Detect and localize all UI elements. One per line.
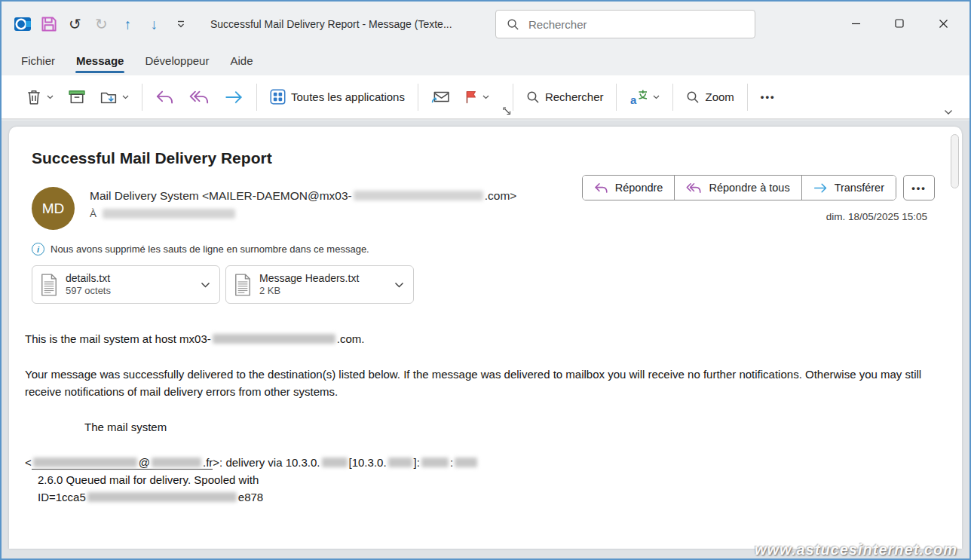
reply-all-icon-button[interactable] <box>185 86 213 109</box>
message-date: dim. 18/05/2025 15:05 <box>826 211 927 222</box>
titlebar: ↺ ↻ ↑ ↓ Successful Mail Delivery Report … <box>2 2 969 47</box>
move-up-icon[interactable]: ↑ <box>115 11 141 38</box>
translate-button[interactable]: a <box>626 85 663 109</box>
minimize-button[interactable] <box>834 8 878 39</box>
apps-grid-icon <box>270 89 286 105</box>
ribbon-group-tags <box>418 75 513 118</box>
ribbon-search-button[interactable]: Rechercher <box>522 87 608 108</box>
more-actions-button[interactable]: ••• <box>903 175 935 200</box>
message-header: Successful Mail Delivery Report MD Mail … <box>9 127 962 304</box>
attachment-size: 2 KB <box>259 285 359 297</box>
redacted-port <box>421 457 449 467</box>
reply-button-group: Répondre Répondre à tous <box>582 175 896 200</box>
save-icon[interactable] <box>35 11 62 38</box>
maximize-button[interactable] <box>878 8 921 39</box>
sender-info: Mail Delivery System <MAILER-DAEMON@mx03… <box>90 187 516 230</box>
scrollbar-thumb[interactable] <box>951 134 959 188</box>
reply-icon-button[interactable] <box>152 86 178 109</box>
all-apps-button[interactable]: Toutes les applications <box>266 85 409 109</box>
move-to-folder-button[interactable] <box>96 86 133 108</box>
message-subject: Successful Mail Delivery Report <box>32 149 939 167</box>
redacted-host <box>213 334 335 344</box>
sender-address: Mail Delivery System <MAILER-DAEMON@mx03… <box>90 189 516 203</box>
watermark: www.astucesinternet.com <box>755 541 957 558</box>
ribbon-search-label: Rechercher <box>545 90 604 103</box>
quick-access-toolbar: ↺ ↻ ↑ ↓ <box>9 11 194 38</box>
redacted-ip-octet <box>388 457 412 467</box>
attachment-details-txt[interactable]: details.txt 597 octets <box>32 265 220 304</box>
customize-toolbar-icon[interactable] <box>167 11 194 38</box>
ribbon-more-button[interactable]: ••• <box>757 87 780 106</box>
zoom-label: Zoom <box>705 90 734 103</box>
forward-button[interactable]: Transférer <box>801 176 896 200</box>
recipient-line: À <box>90 208 516 219</box>
ribbon-group-respond <box>142 75 256 118</box>
attachment-message-headers-txt[interactable]: Message Headers.txt 2 KB <box>225 265 414 304</box>
body-queued-line: 2.6.0 Queued mail for delivery. Spooled … <box>25 471 932 488</box>
ribbon-group-apps: Toutes les applications <box>257 75 418 118</box>
forward-icon-button[interactable] <box>221 87 247 108</box>
follow-up-flag-button[interactable] <box>461 86 493 108</box>
tab-message[interactable]: Message <box>66 50 134 75</box>
ribbon-group-search: Rechercher <box>513 75 617 118</box>
attachment-list: details.txt 597 octets <box>32 265 939 304</box>
search-icon <box>507 18 519 31</box>
all-apps-label: Toutes les applications <box>291 90 405 103</box>
body-host-line: This is the mail system at host mx03-.co… <box>25 330 932 347</box>
redacted-ip-octet <box>322 457 348 467</box>
translate-icon: a <box>629 89 648 106</box>
zoom-button[interactable]: Zoom <box>682 87 737 108</box>
sender-avatar[interactable]: MD <box>32 187 75 230</box>
collapse-ribbon-icon[interactable] <box>944 109 953 115</box>
redacted-email-domain <box>152 457 201 467</box>
reply-button[interactable]: Répondre <box>583 176 675 200</box>
search-icon <box>526 90 540 104</box>
recipient-email-link[interactable]: @.fr <box>32 456 213 470</box>
chevron-down-icon <box>653 95 660 99</box>
redacted-recipient <box>103 209 235 219</box>
dialog-launcher-icon[interactable] <box>503 107 511 115</box>
reply-all-icon <box>686 182 702 194</box>
attachment-name: details.txt <box>66 272 111 286</box>
redacted-spool-id <box>87 492 237 502</box>
chevron-down-icon[interactable] <box>201 282 210 288</box>
outlook-app-icon <box>9 11 35 38</box>
close-button[interactable] <box>921 8 965 39</box>
archive-button[interactable] <box>65 86 89 108</box>
tab-aide[interactable]: Aide <box>219 50 263 75</box>
to-label: À <box>90 208 96 219</box>
message-card: Successful Mail Delivery Report MD Mail … <box>9 127 962 549</box>
undo-icon[interactable]: ↺ <box>62 11 88 38</box>
move-down-icon[interactable]: ↓ <box>141 11 167 38</box>
reply-all-button[interactable]: Répondre à tous <box>674 176 801 200</box>
reply-icon <box>594 182 608 194</box>
titlebar-search-box[interactable] <box>495 10 755 38</box>
ribbon: Toutes les applications <box>2 75 969 119</box>
delete-button[interactable] <box>23 85 57 109</box>
mark-unread-icon-button[interactable] <box>427 86 453 109</box>
window-title: Successful Mail Delivery Report - Messag… <box>210 18 452 30</box>
ribbon-group-delete <box>14 75 142 118</box>
redacted-email-local <box>33 457 137 467</box>
info-icon: i <box>32 243 44 256</box>
attachment-name: Message Headers.txt <box>259 272 359 286</box>
body-paragraph: Your message was successfully delivered … <box>25 366 932 400</box>
chevron-down-icon <box>122 95 129 99</box>
info-bar: i Nous avons supprimé les sauts de ligne… <box>32 243 939 256</box>
tab-developpeur[interactable]: Développeur <box>134 50 219 75</box>
chevron-down-icon[interactable] <box>394 282 404 288</box>
chevron-down-icon <box>482 95 489 99</box>
attachment-size: 597 octets <box>66 285 111 297</box>
body-id-line: ID=1cca5e878 <box>25 488 932 506</box>
info-text: Nous avons supprimé les sauts de ligne e… <box>51 243 369 255</box>
forward-icon <box>813 183 828 193</box>
tab-fichier[interactable]: Fichier <box>11 50 66 75</box>
redacted-sender-domain <box>354 191 483 200</box>
search-input[interactable] <box>528 18 744 31</box>
svg-text:a: a <box>630 93 637 106</box>
zoom-icon <box>686 90 700 104</box>
reading-pane-background: Successful Mail Delivery Report MD Mail … <box>2 121 969 558</box>
redo-icon: ↻ <box>88 11 115 38</box>
message-body: This is the mail system at host mx03-.co… <box>9 304 962 506</box>
window-controls <box>834 8 965 39</box>
